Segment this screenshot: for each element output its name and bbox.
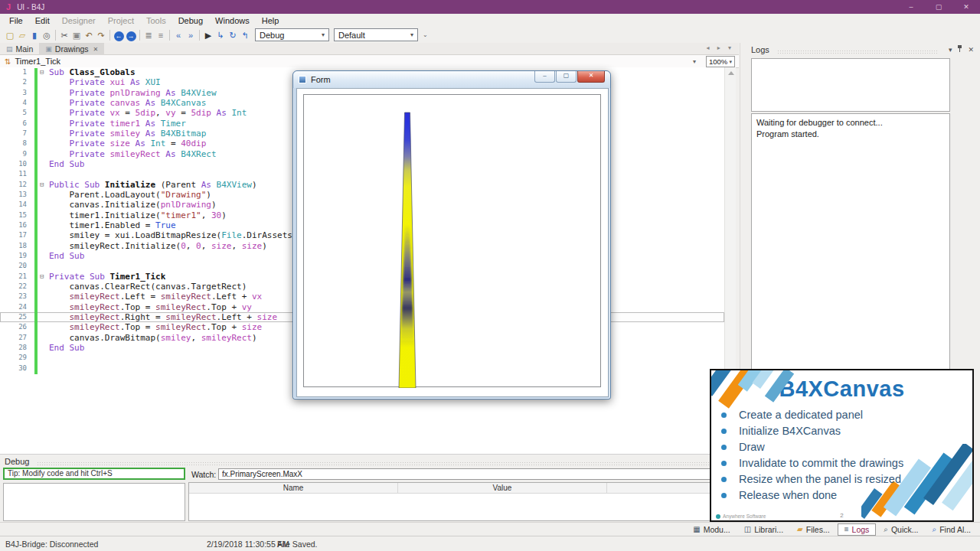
- change-bar: [34, 68, 38, 374]
- drawn-shape: [304, 95, 602, 388]
- form-maximize-button[interactable]: ▢: [556, 71, 577, 83]
- chevron-down-icon: ▾: [322, 31, 325, 38]
- redo-button[interactable]: ↷: [95, 28, 107, 42]
- panel-grip: [777, 50, 937, 54]
- slide-bullet: Resize when the panel is resized: [711, 471, 972, 487]
- close-tab-icon[interactable]: ✕: [93, 46, 99, 53]
- bottom-tab-files[interactable]: ▰Files...: [791, 523, 836, 536]
- form-window-icon: [299, 76, 306, 83]
- bridge-status: B4J-Bridge: Disconnected: [5, 540, 98, 549]
- window-title: UI - B4J: [17, 3, 44, 11]
- bottom-tab-librari[interactable]: ◫Librari...: [738, 523, 789, 536]
- member-navigation-bar[interactable]: ⇅ Timer1_Tick ▾ 100% ▾: [0, 55, 739, 68]
- open-button[interactable]: ▱: [16, 28, 28, 42]
- logs-panel-header: Logs ▾ ✕: [740, 43, 980, 56]
- slide-bullet: Draw: [711, 439, 972, 455]
- toolbar-overflow-button[interactable]: ⌄: [423, 31, 428, 38]
- chevron-down-icon: ▾: [729, 59, 732, 65]
- minimize-button[interactable]: –: [897, 3, 925, 11]
- step-over-button[interactable]: ↻: [227, 28, 239, 42]
- watch-label: Watch:: [191, 470, 216, 479]
- bottom-tab-find-al[interactable]: ⌕Find Al...: [926, 523, 977, 536]
- slide-page-number: 2: [711, 512, 972, 519]
- document-tab-bar: ▤Main▣Drawings✕ ◂ ▸ ▾: [0, 43, 739, 55]
- cut-button[interactable]: ✂: [58, 28, 70, 42]
- step-into-button[interactable]: ↳: [214, 28, 227, 42]
- slide-bullet: Release when done: [711, 487, 972, 504]
- find-all-icon: ⌕: [933, 525, 937, 534]
- main-toolbar: ▢▱▮◎✂▣↶↷←→≣≡«»▶↳↻↰■◔ Debug ▾ Default ▾ ⌄: [0, 27, 980, 43]
- find-module-button[interactable]: ◎: [41, 28, 53, 42]
- logs-filter-box[interactable]: [751, 58, 950, 112]
- build-configuration-select[interactable]: Debug ▾: [255, 28, 329, 41]
- form-minimize-button[interactable]: ‒: [534, 71, 555, 83]
- title-bar: J UI - B4J – ▢ ✕: [0, 0, 980, 14]
- step-out-button[interactable]: ↰: [239, 28, 251, 42]
- file-saved-status: File Saved.: [277, 540, 318, 549]
- column-header-name[interactable]: Name: [189, 483, 398, 493]
- maximize-button[interactable]: ▢: [925, 3, 952, 11]
- copy-button[interactable]: ▣: [70, 28, 83, 42]
- run-button[interactable]: ▶: [202, 28, 214, 42]
- tab-drawings[interactable]: ▣Drawings✕: [39, 43, 104, 55]
- ui-variant-select[interactable]: Default ▾: [334, 28, 418, 41]
- tab-scroll-buttons[interactable]: ◂ ▸ ▾: [707, 44, 735, 51]
- panel-grip: [37, 461, 724, 466]
- undo-button[interactable]: ↶: [83, 28, 95, 42]
- pin-icon[interactable]: [957, 45, 962, 54]
- debug-tip: Tip: Modify code and hit Ctrl+S: [3, 468, 185, 480]
- uncomment-button[interactable]: ≡: [155, 28, 167, 42]
- logs-panel-title: Logs: [751, 45, 769, 54]
- navigate-back-button[interactable]: ←: [113, 28, 125, 42]
- quick-search-icon: ⌕: [884, 525, 888, 534]
- bottom-tab-modu[interactable]: ▦Modu...: [687, 523, 736, 536]
- new-button[interactable]: ▢: [4, 28, 16, 42]
- editor-zoom-select[interactable]: 100% ▾: [706, 56, 735, 67]
- libraries-icon: ◫: [744, 525, 751, 533]
- comment-button[interactable]: ≣: [142, 28, 155, 42]
- log-message: Program started.: [756, 129, 945, 140]
- menu-item-help[interactable]: Help: [256, 16, 286, 25]
- tab-main[interactable]: ▤Main: [0, 43, 39, 55]
- menu-item-tools[interactable]: Tools: [140, 16, 172, 25]
- indent-button[interactable]: »: [185, 28, 197, 42]
- bottom-tab-strip: ▦Modu...◫Librari...▰Files...≡Logs⌕Quick.…: [0, 522, 980, 536]
- selected-sub-label: Timer1_Tick: [15, 57, 60, 66]
- menu-bar: FileEditDesignerProjectToolsDebugWindows…: [0, 14, 980, 27]
- document-icon: ▤: [6, 45, 13, 53]
- panel-menu-icon[interactable]: ▾: [949, 46, 952, 54]
- watch-table-header: Name Value: [189, 483, 733, 494]
- close-icon[interactable]: ✕: [968, 46, 974, 54]
- menu-item-debug[interactable]: Debug: [172, 16, 209, 25]
- form-close-button[interactable]: ✕: [577, 71, 605, 83]
- column-header-value[interactable]: Value: [398, 483, 607, 493]
- menu-item-windows[interactable]: Windows: [209, 16, 256, 25]
- document-icon: ▣: [45, 45, 52, 53]
- outdent-button[interactable]: «: [172, 28, 185, 42]
- close-button[interactable]: ✕: [952, 3, 980, 11]
- bottom-tab-quick[interactable]: ⌕Quick...: [877, 523, 924, 536]
- b4j-logo-icon: J: [6, 2, 11, 11]
- menu-item-designer[interactable]: Designer: [56, 16, 102, 25]
- slide-bullet: Invalidate to commit the drawings: [711, 455, 972, 471]
- menu-item-edit[interactable]: Edit: [29, 16, 56, 25]
- drawing-canvas[interactable]: [303, 94, 601, 387]
- status-bar: B4J-Bridge: Disconnected 2/19/2018 11:30…: [0, 536, 980, 551]
- navigate-forward-button[interactable]: →: [125, 28, 137, 42]
- slide-overlay: B4XCanvas Create a dedicated panelInitia…: [710, 369, 974, 522]
- scroll-up-icon[interactable]: [728, 71, 734, 75]
- bottom-tab-logs[interactable]: ≡Logs: [838, 523, 877, 536]
- watch-expression-input[interactable]: [218, 468, 733, 480]
- slide-bullet: Create a dedicated panel: [711, 407, 972, 423]
- modules-icon: ▦: [693, 525, 700, 533]
- log-message: Waiting for debugger to connect...: [756, 117, 945, 129]
- chevron-down-icon: ▾: [410, 31, 413, 38]
- form-window-title: Form: [311, 75, 331, 84]
- watch-table[interactable]: Name Value: [188, 482, 733, 521]
- menu-item-file[interactable]: File: [3, 16, 29, 25]
- form-window[interactable]: Form ‒ ▢ ✕: [292, 70, 611, 399]
- save-button[interactable]: ▮: [28, 28, 41, 42]
- logs-icon: ≡: [844, 525, 849, 533]
- debug-panel-title: Debug: [5, 457, 29, 466]
- menu-item-project[interactable]: Project: [102, 16, 140, 25]
